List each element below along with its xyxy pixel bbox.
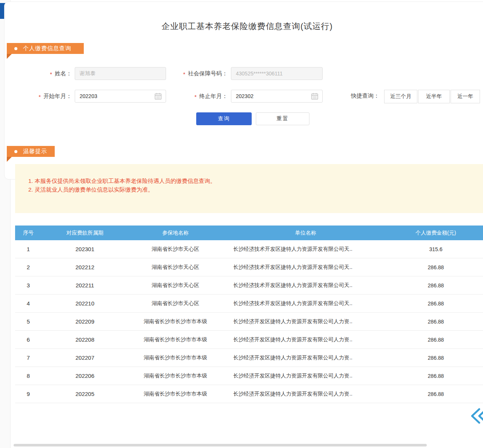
cell-period: 202206 [42,373,128,379]
cell-index: 8 [15,373,42,379]
cell-amount: 286.88 [389,301,483,307]
quick-last-year-button[interactable]: 近一年 [451,90,480,103]
start-month-input[interactable] [75,90,166,103]
start-month-label: 开始年月： [43,93,72,100]
name-label: 姓名： [55,70,72,77]
table-row: 2 202212 湖南省长沙市天心区 长沙经济技术开发区捷特人力资源开发有限公司… [15,258,483,276]
cell-index: 3 [15,282,42,288]
name-label-group: * 姓名： [15,70,72,77]
quick-query-group: 近三个月 近半年 近一年 [384,90,480,103]
required-asterisk: * [194,94,197,100]
quick-last-3-months-button[interactable]: 近三个月 [384,90,417,103]
cell-period: 202212 [42,264,128,270]
header-period: 对应费款所属期 [42,230,128,236]
cell-company: 长沙经济技术开发区捷特人力资源开发有限公司天.. [223,246,389,253]
table-row: 4 202210 湖南省长沙市天心区 长沙经济技术开发区捷特人力资源开发有限公司… [15,295,483,313]
cell-company: 长沙经济开发区捷特人力资源开发有限公司人力资.. [223,318,389,325]
cell-period: 202205 [42,391,128,397]
ssn-label-group: * 社会保障号码： [160,70,228,77]
results-table: 序号 对应费款所属期 参保地名称 单位名称 个人缴费金额(元) 1 202301… [15,226,483,403]
table-row: 9 202205 湖南省长沙市长沙市市本级 长沙经济开发区捷特人力资源开发有限公… [15,385,483,403]
end-month-input[interactable] [231,90,323,103]
cell-area: 湖南省长沙市长沙市市本级 [128,354,223,361]
cell-company: 长沙经济开发区捷特人力资源开发有限公司人力资.. [223,391,389,397]
cell-amount: 286.88 [389,282,483,288]
page: 企业职工基本养老保险缴费信息查询(试运行) 个人缴费信息查询 * 姓名： * 社… [0,0,483,448]
bullet-dot-icon [14,150,17,153]
quick-last-half-year-button[interactable]: 近半年 [418,90,450,103]
cell-index: 9 [15,391,42,397]
cell-period: 202210 [42,300,128,307]
horizontal-scrollbar[interactable] [14,444,427,446]
cell-amount: 286.88 [389,319,483,325]
cell-area: 湖南省长沙市天心区 [128,264,223,271]
cell-index: 7 [15,354,42,361]
table-row: 1 202301 湖南省长沙市天心区 长沙经济技术开发区捷特人力资源开发有限公司… [15,240,483,258]
cell-period: 202207 [42,354,128,361]
cell-amount: 286.88 [389,355,483,361]
notice-line-2: 2. 灵活就业人员的缴费单位信息以实际缴费为准。 [28,185,475,194]
cell-index: 4 [15,300,42,307]
table-row: 7 202207 湖南省长沙市长沙市市本级 长沙经济开发区捷特人力资源开发有限公… [15,349,483,367]
cell-amount: 315.6 [389,246,483,252]
cell-index: 2 [15,264,42,270]
section-badge-tips-label: 温馨提示 [23,148,47,155]
end-month-label-group: * 终止年月： [160,92,228,100]
cell-area: 湖南省长沙市天心区 [128,246,223,253]
quick-query-label: 快捷查询： [351,92,381,100]
table-row: 5 202209 湖南省长沙市长沙市市本级 长沙经济开发区捷特人力资源开发有限公… [15,313,483,331]
table-body: 1 202301 湖南省长沙市天心区 长沙经济技术开发区捷特人力资源开发有限公司… [15,240,483,403]
name-input[interactable] [75,67,166,80]
table-row: 3 202211 湖南省长沙市天心区 长沙经济技术开发区捷特人力资源开发有限公司… [15,276,483,295]
cell-index: 1 [15,246,42,252]
cell-area: 湖南省长沙市长沙市市本级 [128,336,223,343]
cell-area: 湖南省长沙市长沙市市本级 [128,373,223,379]
cell-amount: 286.88 [389,391,483,397]
cell-index: 5 [15,318,42,325]
cell-area: 湖南省长沙市长沙市市本级 [128,318,223,325]
cell-amount: 286.88 [389,337,483,343]
notice-line-1: 1. 本服务仅提供尚未领取企业职工基本养老保险待遇人员的缴费信息查询。 [28,176,475,185]
cell-index: 6 [15,336,42,343]
required-asterisk: * [183,72,185,77]
start-month-label-group: * 开始年月： [15,92,72,100]
cell-amount: 286.88 [389,373,483,379]
reset-button[interactable]: 重置 [256,112,309,125]
section-badge-query: 个人缴费信息查询 [7,43,84,54]
section-badge-tips: 温馨提示 [7,146,55,157]
cell-company: 长沙经济技术开发区捷特人力资源开发有限公司天.. [223,282,389,289]
header-index: 序号 [15,230,42,236]
header-area: 参保地名称 [128,230,223,236]
table-row: 6 202208 湖南省长沙市长沙市市本级 长沙经济开发区捷特人力资源开发有限公… [15,331,483,349]
section-badge-query-label: 个人缴费信息查询 [23,45,71,52]
table-header-row: 序号 对应费款所属期 参保地名称 单位名称 个人缴费金额(元) [15,226,483,240]
end-month-label: 终止年月： [199,93,228,100]
notice-box: 1. 本服务仅提供尚未领取企业职工基本养老保险待遇人员的缴费信息查询。 2. 灵… [15,164,483,213]
header-company: 单位名称 [223,230,389,236]
cell-amount: 286.88 [389,264,483,270]
query-button[interactable]: 查询 [196,112,252,125]
bullet-dot-icon [14,47,17,50]
cell-area: 湖南省长沙市天心区 [128,300,223,307]
cell-company: 长沙经济开发区捷特人力资源开发有限公司人力资.. [223,336,389,343]
cell-period: 202301 [42,246,128,252]
required-asterisk: * [38,94,41,100]
ssn-label: 社会保障号码： [188,70,228,77]
ssn-input[interactable] [231,67,323,80]
cell-period: 202209 [42,318,128,325]
cell-area: 湖南省长沙市天心区 [128,282,223,289]
cell-company: 长沙经济技术开发区捷特人力资源开发有限公司天.. [223,264,389,271]
cell-company: 长沙经济开发区捷特人力资源开发有限公司人力资.. [223,354,389,361]
cell-company: 长沙经济开发区捷特人力资源开发有限公司人力资.. [223,373,389,379]
double-chevron-left-icon[interactable] [469,407,483,425]
calendar-icon[interactable] [311,92,319,100]
header-amount: 个人缴费金额(元) [389,230,483,236]
cell-company: 长沙经济技术开发区捷特人力资源开发有限公司天.. [223,300,389,307]
cell-area: 湖南省长沙市长沙市市本级 [128,391,223,397]
table-row: 8 202206 湖南省长沙市长沙市市本级 长沙经济开发区捷特人力资源开发有限公… [15,367,483,385]
cell-period: 202208 [42,336,128,343]
required-asterisk: * [50,72,52,77]
badge-fold-decoration [7,54,12,59]
cell-period: 202211 [42,282,128,288]
page-title: 企业职工基本养老保险缴费信息查询(试运行) [11,21,483,32]
